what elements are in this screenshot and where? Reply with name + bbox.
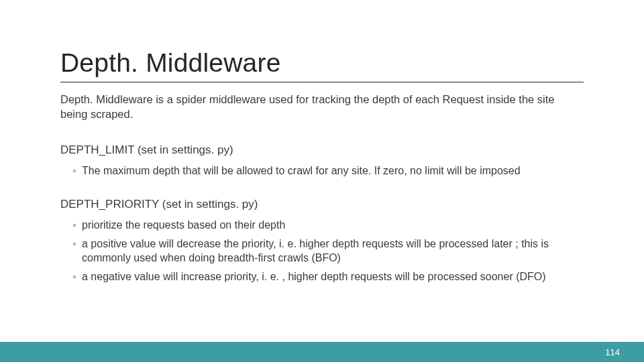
bullet-list-depth-priority: prioritize the requests based on their d… xyxy=(60,218,584,284)
page-number: 114 xyxy=(605,347,620,357)
content-area: Depth. Middleware Depth. Middleware is a… xyxy=(60,48,584,304)
list-item: prioritize the requests based on their d… xyxy=(72,218,584,233)
slide: Depth. Middleware Depth. Middleware is a… xyxy=(0,0,644,362)
bullet-list-depth-limit: The maximum depth that will be allowed t… xyxy=(60,164,584,178)
page-title: Depth. Middleware xyxy=(60,48,584,78)
title-underline xyxy=(60,82,584,82)
list-item: a positive value will decrease the prior… xyxy=(72,237,584,265)
section-heading-depth-limit: DEPTH_LIMIT (set in settings. py) xyxy=(60,143,584,157)
list-item: a negative value will increase priority,… xyxy=(72,269,584,284)
intro-paragraph: Depth. Middleware is a spider middleware… xyxy=(60,92,584,122)
section-heading-depth-priority: DEPTH_PRIORITY (set in settings. py) xyxy=(60,198,584,211)
list-item: The maximum depth that will be allowed t… xyxy=(72,164,584,178)
footer-bar: 114 xyxy=(0,342,644,362)
